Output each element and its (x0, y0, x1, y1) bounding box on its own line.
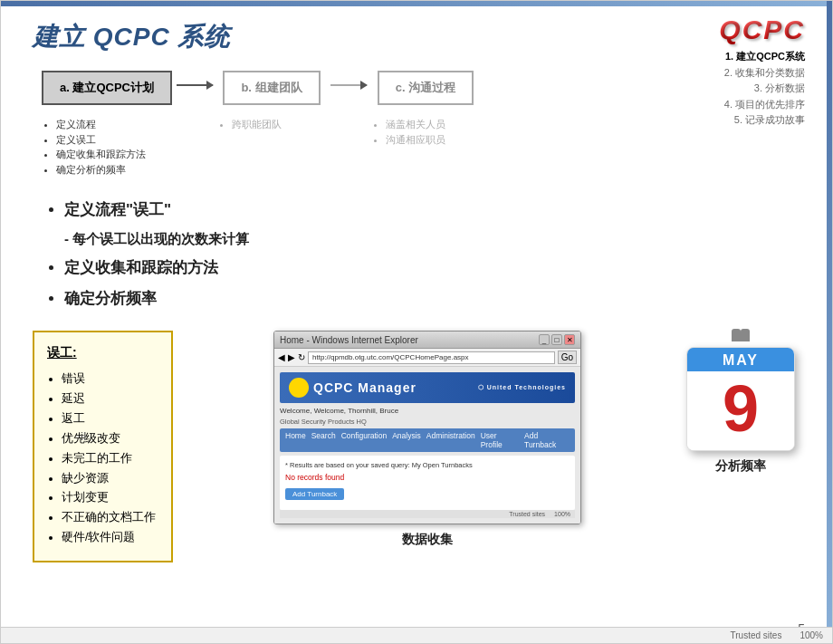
bullet-a4: 确定分析的频率 (56, 162, 146, 178)
error-card: 误工: 错误 延迟 返工 优先级改变 未完工的工作 缺少资源 计划变更 不正确的… (33, 331, 173, 562)
main-bullet-2: 定义收集和跟踪的方法 (64, 253, 799, 284)
flow-step-a: a. 建立QCPC计划 定义流程 定义误工 确定收集和跟踪方法 确定分析的频率 (42, 71, 172, 177)
flow-bullets-c: 涵盖相关人员 沟通相应职员 (371, 112, 445, 147)
go-btn[interactable]: Go (558, 351, 577, 364)
trusted-sites-label: Trusted sites (509, 511, 545, 517)
app-logo-icon (289, 378, 309, 398)
data-collection-label: 数据收集 (402, 532, 453, 548)
error-item-6: 计划变更 (62, 488, 158, 508)
browser-body: QCPC Manager ⬡ United Technologies Welco… (274, 367, 580, 524)
back-btn[interactable]: ◀ (278, 352, 285, 362)
flow-arrow-1 (172, 71, 217, 86)
flow-arrow-2 (326, 71, 371, 86)
nav-admin[interactable]: Administration (426, 431, 475, 449)
no-records-text: No records found (285, 473, 570, 482)
cal-ring-left (732, 329, 741, 341)
bullet-a2: 定义误工 (56, 132, 146, 148)
bullet-c2: 沟通相应职员 (386, 132, 445, 148)
bullet-c1: 涵盖相关人员 (386, 117, 445, 132)
bottom-section: 误工: 错误 延迟 返工 优先级改变 未完工的工作 缺少资源 计划变更 不正确的… (33, 331, 799, 562)
refresh-btn[interactable]: ↻ (298, 352, 305, 362)
calendar: MAY 9 (686, 347, 795, 451)
flow-box-b: b. 组建团队 (223, 71, 320, 105)
close-btn[interactable]: ✕ (564, 334, 575, 345)
process-flow: a. 建立QCPC计划 定义流程 定义误工 确定收集和跟踪方法 确定分析的频率 … (42, 71, 799, 177)
error-item-1: 延迟 (62, 389, 158, 409)
bullet-a3: 确定收集和跟踪方法 (56, 147, 146, 162)
flow-box-a: a. 建立QCPC计划 (42, 71, 172, 105)
cal-rings-row (718, 331, 763, 343)
app-logo-text: QCPC Manager (313, 380, 416, 395)
arrow-shape-2 (330, 84, 367, 86)
url-bar[interactable]: http://qpmdb.otg.utc.com/QCPCHomePage.as… (308, 351, 555, 364)
nav-profile[interactable]: User Profile (481, 431, 519, 449)
page-title: 建立 QCPC 系统 (33, 20, 799, 54)
error-item-5: 缺少资源 (62, 469, 158, 489)
flow-step-b: b. 组建团队 跨职能团队 (217, 71, 326, 132)
user-name: Welcome, Thornhill, Bruce (314, 407, 399, 415)
status-bar: Trusted sites 100% (1, 627, 832, 643)
error-item-4: 未完工的工作 (62, 449, 158, 469)
error-item-2: 返工 (62, 409, 158, 429)
flow-step-c: c. 沟通过程 涵盖相关人员 沟通相应职员 (371, 71, 480, 147)
cal-ring-right (741, 329, 750, 341)
zoom-level: 100% (554, 511, 570, 517)
browser-toolbar: ◀ ▶ ↻ http://qpmdb.otg.utc.com/QCPCHomeP… (274, 349, 580, 367)
calendar-month: MAY (687, 348, 794, 371)
main-content: 建立 QCPC 系统 a. 建立QCPC计划 定义流程 定义误工 确定收集和跟踪… (19, 6, 809, 625)
status-zoom: 100% (799, 630, 823, 640)
arrow-shape-1 (177, 84, 213, 86)
nav-config[interactable]: Configuration (341, 431, 388, 449)
analysis-freq-label: 分析频率 (715, 458, 766, 475)
forward-btn[interactable]: ▶ (288, 352, 295, 362)
welcome-text: Welcome, Welcome, Thornhill, Bruce (280, 407, 575, 415)
query-text: * Results are based on your saved query:… (285, 461, 570, 469)
flow-bullets-b: 跨职能团队 (217, 112, 282, 132)
error-item-7: 不正确的文档工作 (62, 508, 158, 528)
cal-rings (718, 329, 763, 341)
nav-search[interactable]: Search (311, 431, 336, 449)
app-content: * Results are based on your saved query:… (280, 456, 575, 510)
browser-title-text: Home - Windows Internet Explorer (280, 335, 418, 345)
browser-controls: _ □ ✕ (539, 334, 575, 345)
main-bullet-list: 定义流程"误工" 每个误工以出现的次数来计算 定义收集和跟踪的方法 确定分析频率 (46, 195, 799, 314)
browser-status-bar: Trusted sites 100% (280, 510, 575, 518)
app-header: QCPC Manager ⬡ United Technologies (280, 372, 575, 403)
minimize-btn[interactable]: _ (539, 334, 550, 345)
error-item-3: 优先级改变 (62, 429, 158, 449)
flow-box-c: c. 沟通过程 (378, 71, 474, 105)
main-bullet-1: 定义流程"误工" (64, 195, 799, 226)
page-container: QCPC 1. 建立QCPC系统 2. 收集和分类数据 3. 分析数据 4. 项… (0, 0, 833, 644)
main-bullet-3: 确定分析频率 (64, 284, 799, 314)
flow-bullets-a: 定义流程 定义误工 确定收集和跟踪方法 确定分析的频率 (42, 112, 146, 177)
nav-home[interactable]: Home (285, 431, 306, 449)
error-item-8: 硬件/软件问题 (62, 528, 158, 548)
browser-window: Home - Windows Internet Explorer _ □ ✕ ◀… (273, 331, 581, 524)
error-list: 错误 延迟 返工 优先级改变 未完工的工作 缺少资源 计划变更 不正确的文档工作… (62, 370, 158, 548)
status-trusted: Trusted sites (731, 630, 782, 640)
app-nav: Home Search Configuration Analysis Admin… (280, 428, 575, 452)
nav-analysis[interactable]: Analysis (392, 431, 421, 449)
main-bullet-sub: 每个误工以出现的次数来计算 (64, 226, 799, 253)
screenshot-container: Home - Windows Internet Explorer _ □ ✕ ◀… (191, 331, 664, 548)
calendar-container: MAY 9 分析频率 (682, 331, 799, 475)
maximize-btn[interactable]: □ (551, 334, 562, 345)
add-turnback-btn[interactable]: Add Turnback (285, 488, 344, 500)
bullet-b1: 跨职能团队 (232, 117, 282, 132)
iI-label: iI (81, 429, 87, 443)
utc-logo: ⬡ United Technologies (478, 384, 566, 391)
error-card-title: 误工: (47, 341, 158, 364)
app-logo-area: QCPC Manager (289, 378, 416, 398)
bullet-a1: 定义流程 (56, 117, 146, 132)
error-item-0: 错误 (62, 370, 158, 389)
browser-titlebar: Home - Windows Internet Explorer _ □ ✕ (274, 332, 580, 349)
right-accent-bar (827, 1, 832, 643)
unit-text: Global Security Products HQ (280, 418, 575, 426)
nav-addturnback[interactable]: Add Turnback (524, 431, 570, 449)
calendar-day: 9 (687, 371, 794, 450)
